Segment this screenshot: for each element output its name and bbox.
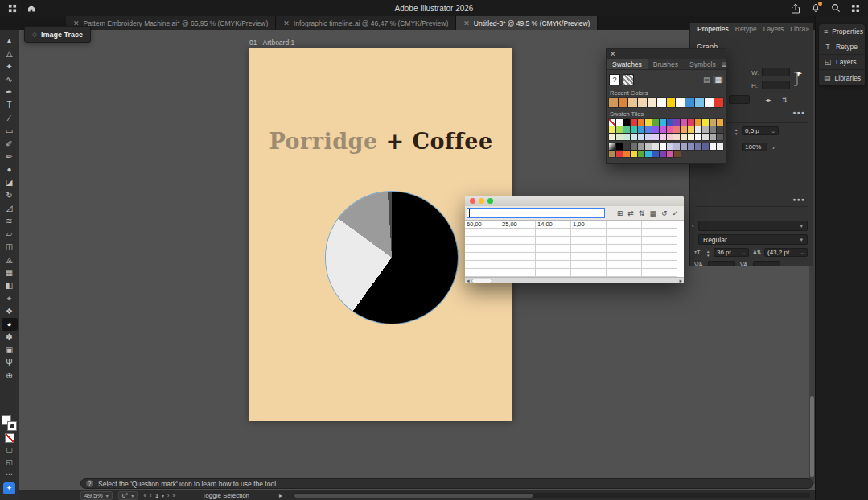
swatch[interactable] [609, 151, 615, 157]
import-data-icon[interactable]: ⊞ [617, 209, 623, 217]
graph-data-cell[interactable] [465, 253, 500, 261]
mesh-tool[interactable]: ▦ [2, 267, 18, 279]
graph-data-cell[interactable] [607, 229, 642, 237]
swatch[interactable] [638, 151, 644, 157]
swatch[interactable] [623, 143, 630, 150]
swatch[interactable] [652, 134, 659, 140]
fill-stroke-swatches[interactable] [2, 416, 16, 430]
zoom-select[interactable]: 49,5% ▾ [80, 491, 113, 500]
graph-data-cell[interactable] [642, 269, 677, 277]
pie-chart[interactable] [326, 192, 458, 324]
swatch[interactable] [710, 119, 716, 126]
rotation-field[interactable] [729, 95, 750, 104]
direct-selection-tool[interactable]: △ [2, 48, 18, 60]
rotate-tool[interactable]: ↻ [2, 189, 18, 202]
graph-data-cell[interactable] [536, 237, 571, 245]
swatch[interactable] [660, 134, 666, 140]
swatch[interactable] [688, 119, 694, 126]
swatch[interactable] [660, 143, 666, 150]
line-segment-tool[interactable]: ∕ [2, 112, 18, 125]
swatch[interactable] [657, 98, 666, 107]
graph-data-cell[interactable] [607, 221, 642, 229]
swatch[interactable] [702, 143, 709, 150]
close-panel-icon[interactable]: ✕ [610, 50, 616, 58]
graph-data-cell[interactable] [536, 253, 571, 261]
swatch[interactable] [638, 119, 644, 126]
swatch[interactable] [631, 126, 637, 133]
swatch[interactable] [631, 134, 637, 140]
swatch[interactable] [645, 134, 652, 140]
tab-properties[interactable]: Properties [694, 25, 732, 33]
swatch[interactable] [638, 134, 644, 140]
swatch[interactable] [660, 151, 666, 157]
tab-symbols[interactable]: Symbols [684, 59, 722, 69]
swatch[interactable] [702, 134, 709, 140]
close-window-icon[interactable] [470, 198, 475, 204]
swatch[interactable] [648, 98, 656, 107]
dock-item-properties[interactable]: ≡ Properties [819, 24, 865, 39]
swatch[interactable] [660, 126, 666, 133]
swatch[interactable] [623, 119, 630, 126]
font-family-select[interactable]: ▾ [698, 221, 808, 231]
swatch[interactable] [652, 119, 659, 126]
swatch[interactable] [660, 119, 666, 126]
stroke-spin-buttons[interactable]: ▲▼ [734, 128, 738, 136]
graph-data-cell[interactable] [465, 269, 500, 277]
graph-data-cell[interactable] [571, 245, 607, 253]
swatch[interactable] [673, 143, 680, 150]
swatch[interactable] [681, 126, 687, 133]
revert-icon[interactable]: ↺ [661, 209, 668, 217]
symbol-sprayer-tool[interactable]: ✽ [2, 331, 18, 344]
swatch[interactable] [609, 143, 615, 150]
home-icon[interactable] [27, 3, 36, 13]
swatch[interactable] [616, 143, 623, 150]
swatch[interactable] [681, 119, 687, 126]
close-tab-icon[interactable]: ✕ [283, 19, 290, 27]
swatch[interactable] [695, 134, 701, 140]
flip-vertical-icon[interactable]: ⇅ [782, 97, 788, 104]
swatch[interactable] [695, 119, 701, 126]
document-tab-active[interactable]: ✕ Untitled-3* @ 49,5 % (CMYK/Preview) [456, 16, 598, 30]
swatch[interactable] [673, 134, 680, 140]
share-icon[interactable] [791, 3, 800, 14]
pattern-swatch-chip[interactable] [623, 74, 634, 85]
swatch[interactable] [645, 126, 652, 133]
graph-data-cell[interactable] [465, 229, 500, 237]
swatch[interactable] [623, 126, 630, 133]
draw-mode-icon[interactable]: ▢ [6, 446, 13, 454]
swatch[interactable] [717, 143, 723, 150]
swatch[interactable] [623, 151, 630, 157]
artboard-number[interactable]: 1 [155, 492, 158, 499]
graph-data-cell[interactable] [642, 253, 677, 261]
graph-data-cell[interactable] [642, 261, 677, 269]
graph-data-cell[interactable] [607, 269, 642, 277]
chevron-down-icon[interactable]: ⌄ [771, 128, 775, 134]
swatch[interactable] [702, 126, 709, 133]
minimize-window-icon[interactable] [479, 198, 484, 204]
graph-data-cell[interactable] [536, 229, 571, 237]
artboard-title-text[interactable]: Porridge + Coffee [249, 129, 512, 154]
search-icon[interactable] [831, 3, 841, 13]
switch-xy-icon[interactable]: ⇅ [639, 209, 645, 217]
width-tool[interactable]: ≋ [2, 215, 18, 228]
chevron-right-icon[interactable]: › [772, 144, 775, 151]
swatch[interactable] [616, 126, 623, 133]
tab-swatches[interactable]: Swatches [607, 59, 648, 69]
stroke-color-swatch[interactable] [8, 422, 16, 430]
pie-graph-tool[interactable]: ◕ [2, 318, 18, 331]
document-tab[interactable]: ✕ Pattern Embroidery Machine.ai* @ 65,95… [66, 16, 276, 30]
screen-mode-icon[interactable]: ◱ [6, 458, 13, 466]
selection-tool[interactable]: ▲ [2, 35, 18, 48]
graph-data-cell[interactable] [642, 229, 677, 237]
graph-data-cell[interactable]: 1,00 [571, 221, 607, 229]
graph-data-cell[interactable] [465, 261, 500, 269]
launchpad-icon[interactable] [8, 4, 17, 13]
swatch[interactable] [619, 98, 627, 107]
swatch[interactable] [667, 134, 673, 140]
graph-data-cell[interactable] [642, 245, 677, 253]
panel-menu-icon[interactable]: ≣ [722, 60, 731, 68]
font-size-field[interactable]: 36 pt ⌄ [714, 248, 749, 257]
dock-item-layers[interactable]: ◱ Layers [819, 55, 865, 70]
swatch[interactable] [717, 134, 723, 140]
font-size-spin-buttons[interactable]: ▲▼ [706, 250, 710, 258]
